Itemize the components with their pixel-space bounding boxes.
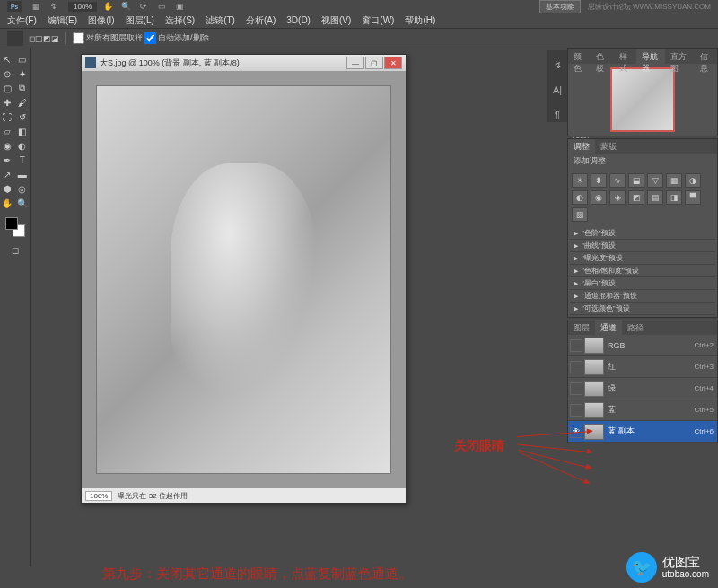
zoom-tool-icon[interactable]: 🔍	[15, 196, 31, 210]
path-tool-icon[interactable]: ↗	[0, 167, 15, 181]
channel-row[interactable]: 绿Ctrl+4	[568, 378, 717, 399]
3d-tool-icon[interactable]: ⬢	[0, 181, 15, 196]
blur-tool-icon[interactable]: ◉	[0, 138, 15, 153]
history-panel-icon[interactable]: ↯	[550, 57, 565, 72]
preset-row[interactable]: ▶"色阶"预设	[570, 227, 715, 240]
menu-item[interactable]: 编辑(E)	[48, 14, 77, 27]
menu-item[interactable]: 窗口(W)	[362, 14, 394, 27]
top-zoom-display[interactable]: 100%	[68, 2, 97, 12]
panel-tab[interactable]: 路径	[622, 320, 649, 335]
eraser-tool-icon[interactable]: ▱	[0, 124, 15, 138]
invert-icon[interactable]: ◩	[628, 190, 644, 205]
panel-tab[interactable]: 样式	[614, 49, 636, 64]
panel-tab[interactable]: 色板	[591, 49, 613, 64]
zoom-icon[interactable]: 🔍	[118, 1, 133, 12]
panel-tab[interactable]: 直方图	[665, 49, 694, 64]
minimize-button[interactable]: —	[346, 57, 364, 69]
arrange-icon[interactable]: ▭	[154, 1, 169, 12]
crop-tool-icon[interactable]: ▢	[0, 81, 15, 95]
preset-row[interactable]: ▶"黑白"预设	[570, 277, 715, 290]
menu-item[interactable]: 图层(L)	[126, 14, 154, 27]
preset-row[interactable]: ▶"曲线"预设	[570, 240, 715, 252]
preset-row[interactable]: ▶"通道混和器"预设	[570, 290, 715, 303]
preset-row[interactable]: ▶"曝光度"预设	[570, 252, 715, 265]
channelmixer-icon[interactable]: ◈	[609, 190, 626, 205]
sample-all-checkbox[interactable]	[73, 32, 84, 44]
panel-tab[interactable]: 导航器	[636, 49, 665, 64]
menu-item[interactable]: 3D(D)	[286, 15, 311, 25]
current-tool-icon[interactable]	[7, 31, 23, 46]
eyedropper-tool-icon[interactable]: ⧉	[15, 81, 31, 95]
posterize-icon[interactable]: ▤	[647, 190, 663, 205]
menu-item[interactable]: 滤镜(T)	[206, 14, 235, 27]
hand-tool-icon[interactable]: ✋	[0, 196, 15, 210]
preset-row[interactable]: ▶"色相/饱和度"预设	[570, 265, 715, 277]
shape-tool-icon[interactable]: ▬	[15, 167, 31, 181]
selective-color-icon[interactable]: ▧	[572, 207, 588, 222]
heal-tool-icon[interactable]: ✚	[0, 95, 15, 110]
panel-tab[interactable]: 蒙版	[595, 139, 622, 154]
type-tool-icon[interactable]: T	[15, 153, 31, 167]
selection-sub-icon[interactable]: ◩	[43, 34, 51, 43]
dodge-tool-icon[interactable]: ◐	[15, 138, 31, 153]
exposure-icon[interactable]: ⬓	[628, 173, 644, 188]
panel-tab[interactable]: 通道	[595, 320, 622, 335]
document-content[interactable]	[82, 71, 406, 488]
visibility-toggle[interactable]	[570, 382, 582, 395]
menu-item[interactable]: 文件(F)	[7, 14, 37, 27]
character-panel-icon[interactable]: A|	[550, 83, 565, 97]
brush-tool-icon[interactable]: 🖌	[15, 95, 31, 110]
channel-row[interactable]: 红Ctrl+3	[568, 356, 717, 378]
bw-icon[interactable]: ◐	[572, 190, 588, 205]
menu-item[interactable]: 选择(S)	[165, 14, 195, 27]
history-icon[interactable]: ↯	[47, 1, 61, 12]
auto-enhance-checkbox[interactable]	[144, 32, 156, 44]
channel-row[interactable]: 蓝Ctrl+5	[568, 399, 717, 421]
hand-icon[interactable]: ✋	[101, 1, 115, 12]
screen-mode-icon[interactable]: ▣	[172, 1, 187, 12]
status-zoom[interactable]: 100%	[85, 491, 112, 501]
levels-icon[interactable]: ⬍	[591, 173, 607, 188]
menu-item[interactable]: 帮助(H)	[405, 14, 435, 27]
pen-tool-icon[interactable]: ✒	[0, 153, 15, 167]
menu-item[interactable]: 视图(V)	[321, 14, 351, 27]
panel-tab[interactable]: 调整	[568, 139, 595, 154]
menu-item[interactable]: 分析(A)	[246, 14, 276, 27]
wand-tool-icon[interactable]: ✦	[15, 66, 31, 81]
color-swatch[interactable]	[5, 217, 25, 237]
visibility-toggle[interactable]	[570, 339, 582, 352]
brightness-icon[interactable]: ☀	[572, 173, 588, 188]
paragraph-panel-icon[interactable]: ¶	[550, 108, 565, 122]
menu-item[interactable]: 图像(I)	[88, 14, 114, 27]
foreground-color-icon[interactable]	[5, 217, 18, 230]
panel-tab[interactable]: 图层	[568, 320, 595, 335]
channel-row[interactable]: RGBCtrl+2	[568, 335, 717, 356]
navigator-preview[interactable]	[610, 67, 675, 132]
move-tool-icon[interactable]: ↖	[0, 52, 15, 66]
maximize-button[interactable]: ▢	[365, 57, 383, 69]
preset-row[interactable]: ▶"可选颜色"预设	[570, 303, 715, 315]
curves-icon[interactable]: ∿	[609, 173, 626, 188]
hue-icon[interactable]: ▦	[666, 173, 682, 188]
visibility-toggle[interactable]	[570, 404, 582, 417]
gradient-tool-icon[interactable]: ◧	[15, 124, 31, 138]
threshold-icon[interactable]: ◨	[666, 190, 682, 205]
bridge-icon[interactable]: ▦	[29, 1, 43, 12]
photofilter-icon[interactable]: ◉	[591, 190, 607, 205]
workspace-switcher[interactable]: 基本功能	[539, 0, 581, 13]
stamp-tool-icon[interactable]: ⛶	[0, 110, 15, 124]
panel-tab[interactable]: 信息	[695, 49, 717, 64]
selection-intersect-icon[interactable]: ◪	[51, 34, 59, 43]
vibrance-icon[interactable]: ▽	[647, 173, 663, 188]
panel-tab[interactable]: 颜色	[568, 49, 591, 64]
selection-add-icon[interactable]: ◫	[35, 34, 43, 43]
history-brush-icon[interactable]: ↺	[15, 110, 31, 124]
camera-tool-icon[interactable]: ◎	[15, 181, 31, 196]
document-titlebar[interactable]: 大S.jpg @ 100% (背景 副本, 蓝 副本/8) — ▢ ✕	[82, 55, 406, 71]
selection-mode-icon[interactable]: ◻	[29, 34, 35, 43]
visibility-toggle[interactable]	[570, 361, 582, 373]
quickmask-icon[interactable]: ◻	[7, 242, 22, 257]
rotate-icon[interactable]: ⟳	[136, 1, 151, 12]
colorbalance-icon[interactable]: ◑	[685, 173, 701, 188]
gradient-map-icon[interactable]: ▀	[685, 190, 701, 205]
